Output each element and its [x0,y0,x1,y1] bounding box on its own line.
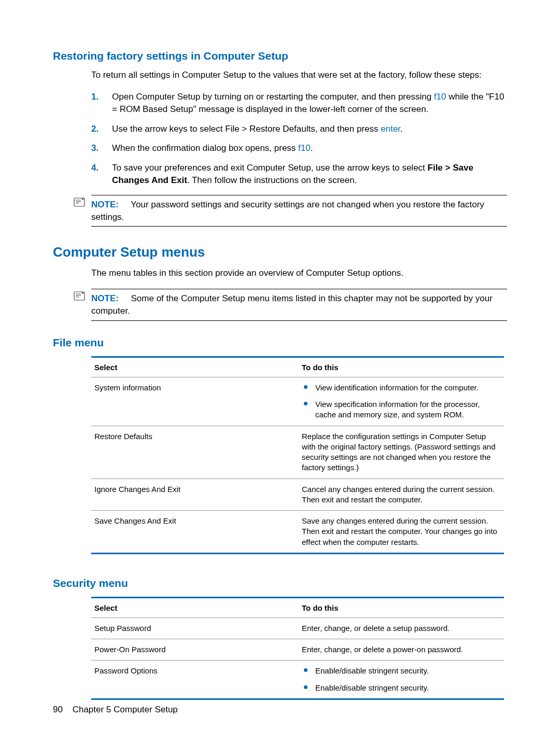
note-block-2: NOTE: Some of the Computer Setup menu it… [91,289,507,321]
key-name: f10 [298,143,311,153]
file-menu-table: Select To do this System informationView… [91,356,504,554]
cell-select: Power-On Password [91,639,299,660]
table-row: System informationView identification in… [91,377,504,426]
heading-security-menu: Security menu [53,577,507,589]
intro-paragraph: To return all settings in Computer Setup… [91,69,507,81]
key-name: f10 [434,92,446,102]
note-text: Some of the Computer Setup menu items li… [91,293,493,316]
table-header-todo: To do this [299,357,504,377]
cell-select: Save Changes And Exit [91,511,299,554]
cell-todo: Cancel any changes entered during the cu… [299,479,504,511]
cell-todo: Save any changes entered during the curr… [299,511,504,554]
cell-todo: Enable/disable stringent security.Enable… [299,660,504,699]
bullet-item: Enable/disable stringent security. [302,683,501,693]
steps-list: 1.Open Computer Setup by turning on or r… [91,91,507,187]
cell-select: Restore Defaults [91,426,299,479]
cell-select: Setup Password [91,617,299,639]
note-icon [74,291,85,301]
bullet-list: View identification information for the … [302,383,501,420]
step-item: 1.Open Computer Setup by turning on or r… [91,91,507,116]
table-row: Power-On PasswordEnter, change, or delet… [91,639,504,660]
table-row: Setup PasswordEnter, change, or delete a… [91,617,504,639]
table-row: Restore DefaultsReplace the configuratio… [91,426,504,479]
bullet-item: View identification information for the … [302,383,501,393]
security-menu-table: Select To do this Setup PasswordEnter, c… [91,597,504,700]
note-icon [74,198,85,207]
page-number: 90 [53,705,63,714]
note-label: NOTE: [91,293,119,303]
heading-computer-setup-menus: Computer Setup menus [53,244,507,260]
bullet-item: View specification information for the p… [302,399,501,420]
step-item: 2.Use the arrow keys to select File > Re… [91,123,507,135]
step-number: 2. [91,123,99,135]
intro-paragraph-2: The menu tables in this section provide … [91,268,507,279]
table-header-select: Select [91,597,299,617]
note-text: Your password settings and security sett… [91,200,484,222]
cell-todo: Enter, change, or delete a setup passwor… [299,617,504,639]
bullet-list: Enable/disable stringent security.Enable… [302,666,501,693]
table-row: Save Changes And ExitSave any changes en… [91,511,504,554]
heading-restoring-factory: Restoring factory settings in Computer S… [53,50,507,62]
step-text: When the confirmation dialog box opens, … [112,143,313,153]
step-text: Open Computer Setup by turning on or res… [112,92,504,114]
cell-todo: View identification information for the … [299,377,504,426]
step-number: 3. [91,142,99,154]
cell-select: Ignore Changes And Exit [91,479,299,511]
cell-select: System information [91,377,299,426]
table-header-select: Select [91,357,299,377]
key-name: enter [381,124,400,134]
bullet-item: Enable/disable stringent security. [302,666,501,676]
cell-todo: Enter, change, or delete a power-on pass… [299,639,504,660]
cell-select: Password Options [91,660,299,699]
bold-text: File > Save Changes And Exit [112,163,473,185]
table-row: Ignore Changes And ExitCancel any change… [91,479,504,511]
cell-todo: Replace the configuration settings in Co… [299,426,504,479]
step-item: 3.When the confirmation dialog box opens… [91,142,507,154]
table-row: Password OptionsEnable/disable stringent… [91,660,504,699]
table-header-todo: To do this [299,597,504,617]
heading-file-menu: File menu [53,336,507,349]
step-item: 4.To save your preferences and exit Comp… [91,162,507,187]
note-label: NOTE: [91,200,119,209]
note-block-1: NOTE: Your password settings and securit… [91,195,507,227]
chapter-label: Chapter 5 Computer Setup [73,705,178,714]
page-footer: 90 Chapter 5 Computer Setup [53,705,178,715]
step-number: 4. [91,162,99,174]
step-text: To save your preferences and exit Comput… [112,163,473,185]
step-number: 1. [91,91,99,103]
step-text: Use the arrow keys to select File > Rest… [112,124,403,134]
